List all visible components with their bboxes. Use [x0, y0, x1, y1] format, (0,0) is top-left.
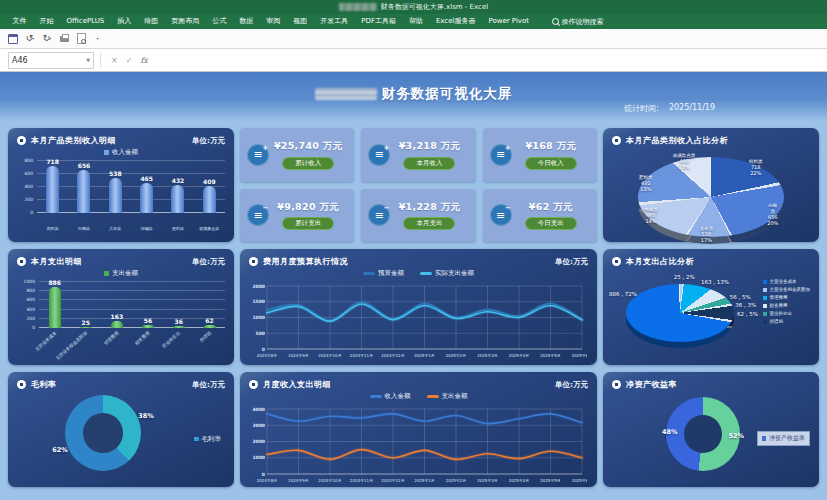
pie-slice-label: 肥料类43213% [639, 175, 653, 192]
ribbon-tab-0[interactable]: 文件 [6, 14, 33, 29]
y-tick-label: 200 [17, 198, 33, 203]
ribbon-tab-8[interactable]: 审阅 [260, 14, 287, 29]
y-tick-label: 0 [17, 326, 35, 331]
x-tick-label: 2024年10月 [318, 353, 341, 358]
x-tick-label: 纯碱类 [141, 226, 153, 231]
line-chart-svg: 05001000150020002024年8月2024年9月2024年10月20… [250, 282, 587, 360]
bar-value-label: 25 [82, 320, 90, 326]
name-box[interactable]: A46 ▼ [8, 52, 94, 69]
print-button[interactable] [57, 32, 71, 45]
enter-icon[interactable]: ✓ [126, 56, 133, 65]
bar-value-label: 163 [111, 314, 124, 320]
window-title: 财务数据可视化大屏.xlsm - Excel [381, 2, 488, 12]
legend-item: 主营业务税金及附加 [763, 287, 810, 292]
printer-icon [60, 36, 69, 42]
ribbon-tab-6[interactable]: 公式 [206, 14, 233, 29]
customize-qat-button[interactable]: ▾ [91, 32, 105, 45]
y-tick-label: 400 [17, 308, 35, 313]
x-tick-label: 2025年1月 [414, 478, 435, 483]
ribbon-tab-3[interactable]: 插入 [111, 14, 138, 29]
kpi-card: ≡−¥1,228 万元本月支出 [361, 189, 475, 243]
x-tick-label: 财务费用 [134, 331, 150, 346]
bar-column: 36 [173, 319, 185, 328]
panel-header: 净资产收益率 [612, 379, 810, 390]
x-tick-label: 2025年3月 [477, 478, 498, 483]
formula-input[interactable] [158, 53, 817, 68]
kpi-card: ≡+¥25,740 万元累计收入 [240, 128, 354, 182]
pie-slice-label: 62 , 5% [737, 310, 758, 317]
ribbon-tab-bar: 文件开始OfficePLUS插入绘图页面布局公式数据审阅视图开发工具PDF工具箱… [0, 14, 827, 29]
cancel-icon[interactable]: × [111, 56, 118, 65]
print-preview-button[interactable] [74, 32, 88, 45]
roe-donut-chart: 52%48%净资产收益率 [612, 390, 810, 483]
redo-caret-icon: ▾ [49, 37, 51, 41]
ribbon-tab-2[interactable]: OfficePLUS [60, 14, 111, 29]
kpi-value: ¥62 万元 [529, 201, 573, 214]
ribbon-tab-7[interactable]: 数据 [233, 14, 260, 29]
ribbon-tab-11[interactable]: PDF工具箱 [355, 14, 403, 29]
print-preview-icon [77, 33, 86, 44]
ribbon-tab-1[interactable]: 开始 [33, 14, 60, 29]
coins-minus-icon: ≡− [247, 204, 269, 226]
x-tick-label: 2025年5月 [540, 478, 561, 483]
redo-button[interactable]: ↻▾ [40, 32, 54, 45]
panel-unit: 单位:万元 [192, 257, 225, 267]
insert-function-icon[interactable]: fx [140, 56, 147, 65]
bullet-icon [612, 380, 621, 389]
bar [173, 326, 185, 328]
pie-slice-label: 饲料类71822% [749, 159, 763, 176]
x-tick-label: 2024年9月 [288, 478, 309, 483]
x-tick-label: 2024年10月 [318, 478, 341, 483]
monthly-income-expense-line-chart: 收入金额支出金额010002000300040002024年8月2024年9月2… [249, 390, 588, 483]
name-box-caret-icon: ▼ [86, 57, 90, 63]
ribbon-tab-13[interactable]: Excel服务器 [429, 14, 482, 29]
ribbon-tab-5[interactable]: 页面布局 [165, 14, 206, 29]
bar-value-label: 465 [140, 176, 153, 182]
bar [111, 321, 123, 328]
legend-item: 支出金额 [427, 392, 468, 401]
x-tick-label: 白糖类 [78, 226, 90, 231]
bar [109, 178, 122, 213]
ribbon-tab-9[interactable]: 视图 [287, 14, 314, 29]
undo-button[interactable]: ↺▾ [23, 32, 37, 45]
y-tick-label: 3000 [252, 423, 265, 428]
legend-item: 实际支出金额 [420, 269, 474, 278]
pie-slice-label: 纯碱类46514% [644, 207, 658, 224]
x-tick-label: 2024年8月 [257, 478, 278, 483]
x-tick-label: 2024年8月 [257, 353, 278, 358]
panel-title: 本月支出占比分析 [626, 256, 694, 267]
y-tick-label: 1000 [252, 455, 265, 460]
bar [142, 325, 154, 328]
x-tick-label: 玻璃集合类 [199, 226, 219, 231]
tell-me-search[interactable]: 操作说明搜索 [552, 17, 604, 27]
quick-access-toolbar: ↺▾ ↻▾ ▾ [0, 29, 827, 49]
x-tick-label: 2025年4月 [509, 353, 530, 358]
bar-column: 409 [203, 179, 216, 213]
legend-label: 收入金额 [112, 148, 138, 157]
ribbon-tab-10[interactable]: 开发工具 [314, 14, 355, 29]
y-tick-label: 1000 [252, 315, 265, 320]
bullet-icon [249, 380, 258, 389]
panel-title: 毛利率 [31, 379, 57, 390]
panel-income-share: 本月产品类别收入占比分析 饲料类71822%白糖类65620%大米类53817%… [603, 128, 819, 242]
bar-column: 62 [204, 318, 216, 328]
income-share-pie-chart: 饲料类71822%白糖类65620%大米类53817%纯碱类46514%肥料类4… [612, 146, 810, 238]
ribbon-tab-12[interactable]: 帮助 [402, 14, 429, 29]
bar-column: 656 [77, 163, 90, 213]
ribbon-tab-4[interactable]: 绘图 [138, 14, 165, 29]
bullet-icon [612, 257, 621, 266]
x-tick-label: 2024年12月 [381, 353, 404, 358]
panel-income-by-category: 本月产品类别收入明细 单位:万元 收入金额0200400600800718656… [8, 128, 234, 242]
y-tick-label: 2000 [252, 439, 265, 444]
bar [203, 186, 216, 213]
donut-hole [83, 413, 123, 453]
panel-unit: 单位:万元 [192, 380, 225, 390]
bar-value-label: 409 [203, 179, 216, 185]
pie-3d: 饲料类71822%白糖类65620%大米类53817%纯碱类46514%肥料类4… [638, 157, 784, 244]
save-button[interactable] [6, 32, 20, 45]
bar [204, 325, 216, 328]
ribbon-tab-14[interactable]: Power Pivot [482, 14, 536, 29]
chart-legend: 支出金额 [17, 269, 225, 278]
legend-swatch [104, 150, 109, 155]
x-tick-label: 2025年6月 [572, 353, 587, 358]
